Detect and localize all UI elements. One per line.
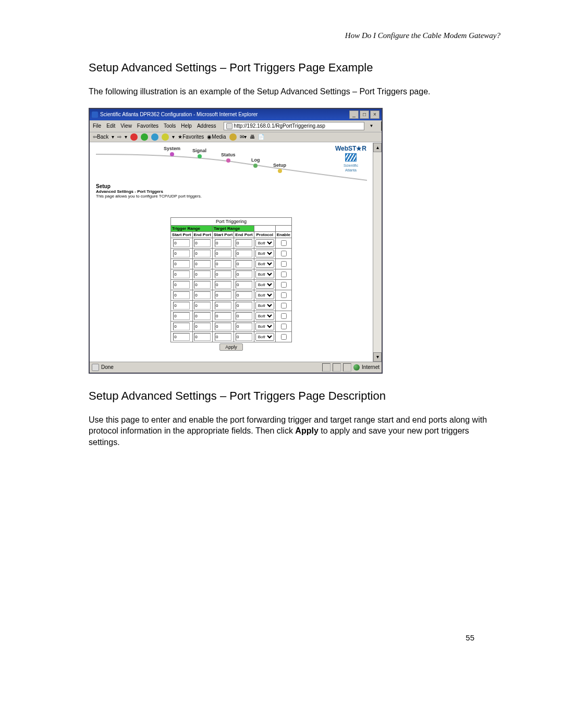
- protocol-select[interactable]: Both: [255, 323, 274, 330]
- enable-checkbox[interactable]: [281, 272, 287, 277]
- back-button[interactable]: ⇦Back: [93, 134, 108, 140]
- port-input[interactable]: [236, 291, 252, 299]
- refresh-icon[interactable]: [141, 133, 148, 141]
- port-input[interactable]: [236, 270, 252, 278]
- protocol-select[interactable]: Both: [255, 291, 274, 299]
- nav-status[interactable]: Status: [221, 152, 236, 157]
- enable-checkbox[interactable]: [281, 303, 287, 309]
- port-input[interactable]: [236, 312, 252, 320]
- go-button[interactable]: [381, 121, 382, 131]
- protocol-select[interactable]: Both: [255, 260, 274, 268]
- menu-favorites[interactable]: Favorites: [137, 123, 158, 129]
- port-input[interactable]: [215, 312, 231, 320]
- port-input[interactable]: [215, 302, 231, 310]
- protocol-select[interactable]: Both: [255, 333, 274, 341]
- sa-icon: [345, 153, 357, 162]
- port-input[interactable]: [236, 323, 252, 330]
- port-input[interactable]: [173, 281, 190, 289]
- port-input[interactable]: [173, 239, 190, 247]
- paragraph-example: The following illustration is an example…: [89, 86, 500, 97]
- address-bar[interactable]: http://192.168.0.1/RgPortTriggering.asp: [224, 122, 364, 130]
- port-input[interactable]: [173, 260, 190, 268]
- forward-button[interactable]: ⇨: [117, 134, 121, 140]
- menu-tools[interactable]: Tools: [164, 123, 176, 129]
- nav-signal[interactable]: Signal: [192, 148, 206, 153]
- port-input[interactable]: [215, 250, 231, 257]
- port-input[interactable]: [194, 323, 211, 330]
- scroll-down-icon[interactable]: ▾: [373, 352, 382, 362]
- port-input[interactable]: [173, 250, 190, 257]
- menu-file[interactable]: File: [93, 123, 101, 129]
- protocol-select[interactable]: Both: [255, 250, 274, 257]
- scroll-up-icon[interactable]: ▴: [373, 143, 382, 152]
- port-input[interactable]: [215, 333, 231, 341]
- ie-icon: [92, 112, 98, 118]
- port-input[interactable]: [194, 281, 211, 289]
- menu-edit[interactable]: Edit: [106, 123, 115, 129]
- port-input[interactable]: [215, 281, 231, 289]
- port-input[interactable]: [194, 333, 211, 341]
- port-input[interactable]: [194, 250, 211, 257]
- nav-system[interactable]: System: [164, 146, 180, 151]
- port-input[interactable]: [173, 333, 190, 341]
- port-input[interactable]: [194, 312, 211, 320]
- port-input[interactable]: [236, 260, 252, 268]
- protocol-select[interactable]: Both: [255, 302, 274, 310]
- enable-checkbox[interactable]: [281, 261, 287, 267]
- protocol-select[interactable]: Both: [255, 281, 274, 289]
- nav-log[interactable]: Log: [251, 157, 260, 163]
- menu-view[interactable]: View: [120, 123, 132, 129]
- port-input[interactable]: [236, 333, 252, 341]
- protocol-select[interactable]: Both: [255, 239, 274, 247]
- enable-checkbox[interactable]: [281, 324, 287, 329]
- port-input[interactable]: [236, 239, 252, 247]
- port-input[interactable]: [194, 302, 211, 310]
- print-icon[interactable]: 🖶: [250, 134, 255, 140]
- edit-icon[interactable]: 📄: [258, 134, 264, 140]
- apply-button[interactable]: Apply: [219, 343, 243, 351]
- port-input[interactable]: [173, 312, 190, 320]
- nav-setup[interactable]: Setup: [273, 163, 286, 168]
- maximize-button[interactable]: □: [360, 110, 369, 119]
- close-button[interactable]: ×: [370, 110, 380, 119]
- port-input[interactable]: [173, 323, 190, 330]
- protocol-select[interactable]: Both: [255, 270, 274, 278]
- port-input[interactable]: [215, 239, 231, 247]
- port-input[interactable]: [215, 291, 231, 299]
- port-input[interactable]: [194, 270, 211, 278]
- enable-checkbox[interactable]: [281, 292, 287, 298]
- history-icon[interactable]: [229, 133, 237, 141]
- home-icon[interactable]: [151, 133, 158, 141]
- port-input[interactable]: [236, 281, 252, 289]
- enable-checkbox[interactable]: [281, 240, 287, 246]
- setup-subtitle: Advanced Settings - Port Triggers: [96, 189, 366, 194]
- search-icon[interactable]: [162, 133, 169, 141]
- enable-checkbox[interactable]: [281, 251, 287, 256]
- port-input[interactable]: [215, 260, 231, 268]
- enable-checkbox[interactable]: [281, 313, 287, 319]
- port-input[interactable]: [236, 250, 252, 257]
- menu-help[interactable]: Help: [181, 123, 192, 129]
- port-input[interactable]: [194, 291, 211, 299]
- table-row: Both: [171, 321, 292, 331]
- port-input[interactable]: [236, 302, 252, 310]
- port-input[interactable]: [173, 302, 190, 310]
- port-input[interactable]: [173, 270, 190, 278]
- port-input[interactable]: [215, 323, 231, 330]
- port-input[interactable]: [173, 291, 190, 299]
- col-enable: Enable: [275, 231, 291, 238]
- favorites-button[interactable]: ★Favorites: [178, 134, 204, 140]
- vertical-scrollbar[interactable]: ▴ ▾: [373, 143, 382, 362]
- media-button[interactable]: ◉Media: [207, 134, 226, 140]
- heading-description: Setup Advanced Settings – Port Triggers …: [89, 389, 500, 403]
- port-input[interactable]: [194, 260, 211, 268]
- enable-checkbox[interactable]: [281, 282, 287, 288]
- port-input[interactable]: [215, 270, 231, 278]
- protocol-select[interactable]: Both: [255, 312, 274, 320]
- enable-checkbox[interactable]: [281, 334, 287, 340]
- stop-icon[interactable]: [130, 133, 138, 141]
- minimize-button[interactable]: _: [349, 110, 359, 119]
- status-bar: Done Internet: [90, 362, 382, 373]
- port-input[interactable]: [194, 239, 211, 247]
- col-protocol: Protocol: [254, 231, 275, 238]
